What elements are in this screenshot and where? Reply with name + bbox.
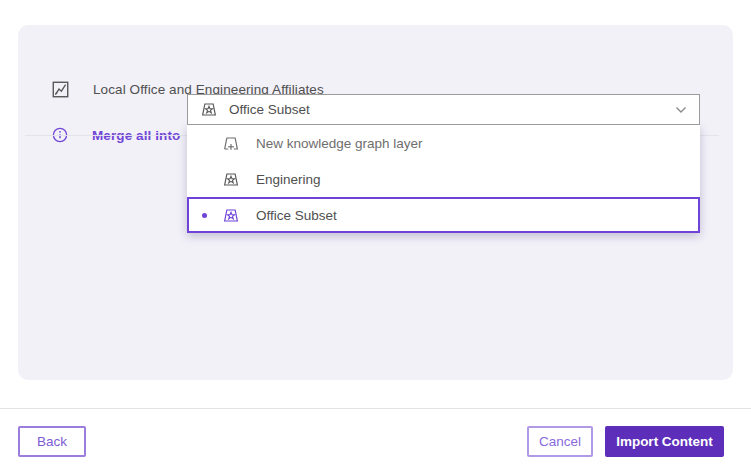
chevron-down-icon: [675, 106, 687, 114]
import-content-button[interactable]: Import Content: [605, 426, 724, 457]
dropdown-option-new-knowledge-graph-layer[interactable]: New knowledge graph layer: [187, 125, 700, 161]
target-layer-select[interactable]: Office Subset: [187, 94, 700, 125]
dropdown-option-office-subset[interactable]: Office Subset: [187, 197, 700, 233]
target-layer-dropdown-menu: New knowledge graph layer Enginering Off…: [187, 125, 700, 233]
knowledge-graph-layer-icon: [200, 101, 218, 118]
layer-sketch-icon: [52, 81, 69, 98]
target-layer-select-value: Office Subset: [229, 102, 664, 117]
cancel-button[interactable]: Cancel: [527, 426, 593, 457]
selection-bullet-slot: [187, 213, 222, 218]
dropdown-option-enginering[interactable]: Enginering: [187, 161, 700, 197]
selected-bullet-icon: [202, 213, 207, 218]
dropdown-option-label: New knowledge graph layer: [256, 136, 423, 151]
new-knowledge-graph-layer-icon: [222, 135, 240, 152]
knowledge-graph-layer-icon: [222, 171, 240, 188]
dropdown-option-label: Enginering: [256, 172, 321, 187]
footer-divider: [0, 408, 751, 409]
back-button[interactable]: Back: [18, 426, 86, 457]
knowledge-graph-layer-icon: [222, 207, 240, 224]
dropdown-option-label: Office Subset: [256, 208, 337, 223]
